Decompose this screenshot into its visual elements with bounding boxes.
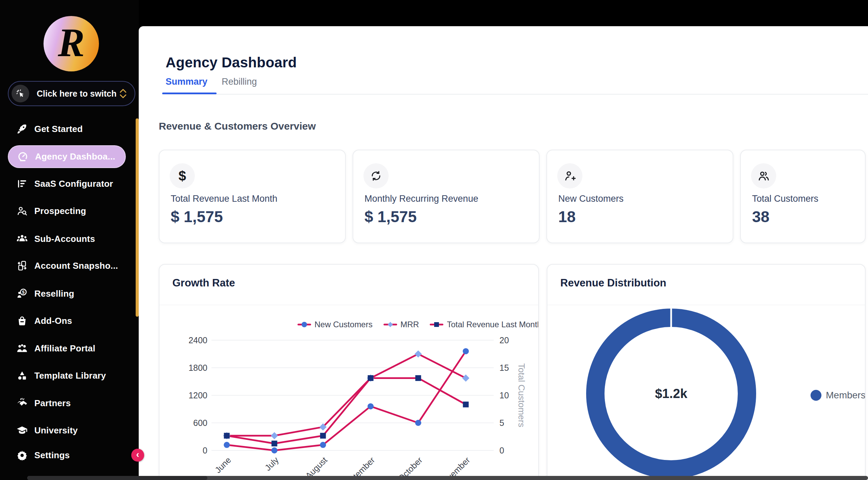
sidebar-item-reselling[interactable]: $Reselling — [8, 283, 126, 304]
sidebar-item-label: Add-Ons — [34, 316, 72, 326]
sidebar-scrollbar[interactable] — [136, 118, 139, 317]
sidebar-item-sub-accounts[interactable]: Sub-Accounts — [8, 229, 126, 249]
affiliates-icon — [16, 342, 28, 354]
legend-dot-icon — [811, 390, 821, 401]
metric-card-new-customers: New Customers18 — [546, 150, 733, 243]
sidebar-item-label: Settings — [34, 450, 70, 461]
sidebar: R Click here to switch Get StartedAgency… — [0, 0, 139, 480]
metric-card-monthly-recurring-revenue: Monthly Recurring Revenue$ 1,575 — [353, 150, 540, 243]
sidebar-item-saas-configurator[interactable]: SaaS Configurator — [8, 173, 126, 194]
svg-text:2400: 2400 — [188, 335, 207, 345]
sidebar-item-account-snapsho[interactable]: Account Snapsho... — [8, 255, 126, 276]
app-window: R Click here to switch Get StartedAgency… — [0, 0, 868, 480]
svg-text:5: 5 — [499, 418, 504, 428]
card-divider — [547, 305, 865, 305]
section-heading: Revenue & Customers Overview — [159, 120, 316, 132]
sidebar-item-label: Agency Dashboa... — [35, 151, 115, 162]
sidebar-item-partners[interactable]: Partners — [8, 393, 126, 413]
sidebar-item-template-library[interactable]: Template Library — [8, 365, 126, 386]
refresh-icon — [370, 170, 382, 182]
metric-card-total-customers: Total Customers38 — [740, 150, 866, 243]
sidebar-item-settings[interactable]: Settings — [8, 445, 126, 465]
snapshot-icon — [16, 260, 28, 272]
agency-logo: R — [44, 16, 99, 71]
page-title: Agency Dashboard — [166, 54, 297, 71]
card-divider — [159, 305, 538, 305]
revenue-distribution-title: Revenue Distribution — [560, 277, 666, 289]
sidebar-item-label: Reselling — [34, 288, 74, 299]
bar-chart-icon — [16, 178, 28, 190]
horizontal-scrollbar[interactable] — [27, 476, 868, 480]
metric-icon-circle — [557, 163, 582, 188]
people-icon — [758, 170, 770, 182]
shapes-icon — [16, 369, 28, 382]
svg-text:June: June — [213, 455, 233, 475]
growth-rate-title: Growth Rate — [172, 277, 235, 289]
main-content: Agency Dashboard Summary Rebilling Reven… — [139, 26, 868, 480]
active-tab-underline — [162, 93, 217, 94]
sidebar-item-get-started[interactable]: Get Started — [8, 119, 126, 139]
chevron-left-icon: ‹ — [136, 450, 139, 459]
person-search-icon — [16, 205, 28, 217]
cursor-click-icon — [12, 85, 29, 102]
sidebar-item-label: Template Library — [34, 370, 106, 381]
metric-label: Total Customers — [752, 194, 818, 204]
switch-account-button[interactable]: Click here to switch — [8, 81, 135, 106]
tabs-divider — [162, 94, 868, 95]
sidebar-collapse-button[interactable]: ‹ — [131, 449, 144, 462]
growth-line-chart: 060012001800240005101520Total CustomersJ… — [159, 314, 539, 480]
gear-icon — [16, 449, 28, 461]
metric-card-total-revenue-last-month: $Total Revenue Last Month$ 1,575 — [159, 150, 346, 243]
graduation-cap-icon — [16, 424, 28, 436]
sidebar-item-label: Account Snapsho... — [34, 261, 118, 271]
sidebar-item-label: Prospecting — [34, 206, 86, 216]
sidebar-item-label: SaaS Configurator — [34, 179, 113, 189]
sidebar-item-university[interactable]: University — [8, 420, 126, 441]
sidebar-item-affiliate-portal[interactable]: Affiliate Portal — [8, 338, 126, 359]
sidebar-item-label: Get Started — [34, 124, 83, 134]
svg-text:10: 10 — [499, 391, 509, 400]
svg-text:1800: 1800 — [188, 363, 207, 373]
svg-text:Total Customers: Total Customers — [516, 363, 527, 427]
svg-text:July: July — [263, 455, 280, 473]
svg-text:0: 0 — [499, 446, 504, 455]
metric-value: $ 1,575 — [364, 208, 416, 226]
donut-center-value: $1.2k — [655, 386, 687, 401]
metric-label: Monthly Recurring Revenue — [364, 194, 478, 204]
sidebar-item-label: Affiliate Portal — [34, 343, 95, 354]
metric-label: Total Revenue Last Month — [171, 194, 277, 204]
growth-rate-card: Growth Rate New CustomersMRRTotal Revenu… — [159, 264, 539, 480]
switch-account-label: Click here to switch — [37, 89, 117, 99]
metric-icon-circle: $ — [170, 163, 195, 188]
metric-value: 38 — [752, 208, 769, 226]
sidebar-item-agency-dashboa[interactable]: Agency Dashboa... — [8, 145, 126, 168]
sidebar-item-label: Partners — [34, 398, 71, 409]
svg-text:0: 0 — [203, 446, 207, 455]
svg-text:20: 20 — [499, 335, 509, 345]
bag-icon — [16, 315, 28, 327]
metric-icon-circle — [363, 163, 389, 188]
svg-text:$: $ — [22, 289, 25, 295]
tab-summary[interactable]: Summary — [166, 77, 207, 87]
horizontal-scrollbar-thumb[interactable] — [27, 476, 207, 480]
metric-icon-circle — [751, 163, 776, 188]
people-group-icon — [16, 233, 28, 245]
tab-rebilling[interactable]: Rebilling — [222, 77, 257, 87]
metric-value: 18 — [558, 208, 576, 226]
person-plus-icon — [564, 170, 576, 182]
chevron-up-down-icon — [119, 88, 127, 99]
svg-text:1200: 1200 — [188, 391, 207, 400]
svg-text:15: 15 — [499, 363, 509, 373]
sidebar-item-prospecting[interactable]: Prospecting — [8, 201, 126, 221]
metric-label: New Customers — [558, 194, 624, 204]
sidebar-item-label: Sub-Accounts — [34, 234, 95, 244]
revenue-distribution-card: Revenue Distribution $1.2k Memberships — [547, 264, 866, 480]
sidebar-item-add-ons[interactable]: Add-Ons — [8, 311, 126, 331]
svg-text:600: 600 — [193, 418, 207, 428]
donut-legend-item[interactable]: Memberships — [811, 390, 866, 401]
dollar-icon: $ — [178, 168, 186, 184]
logo-letter: R — [58, 23, 85, 63]
legend-label: Memberships — [826, 390, 866, 401]
sidebar-item-label: University — [34, 425, 78, 436]
rocket-icon — [16, 123, 28, 135]
